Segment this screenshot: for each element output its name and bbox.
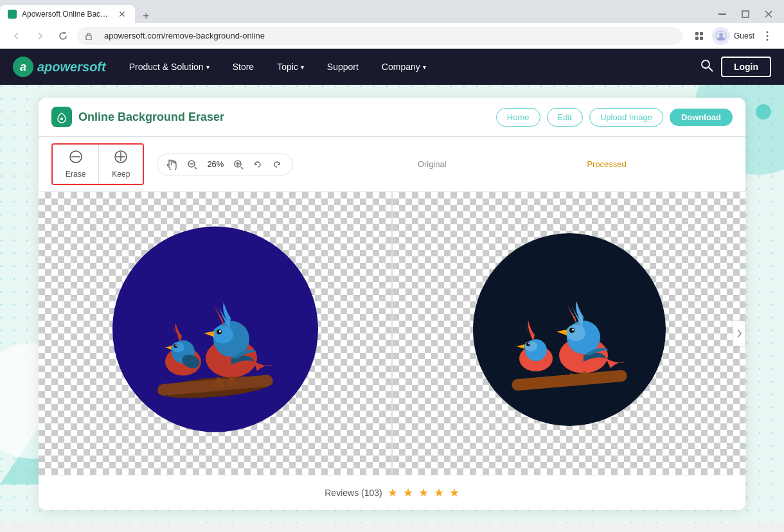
svg-point-12 (767, 31, 769, 33)
app-nav-buttons: Home Edit Upload Image Download (496, 108, 733, 127)
tab-favicon (8, 10, 17, 19)
keep-button[interactable]: Keep (99, 145, 143, 184)
original-label: Original (344, 159, 519, 169)
nav-item-support[interactable]: Support (317, 57, 369, 77)
star-2: ★ (403, 486, 413, 500)
nav-item-company[interactable]: Company ▾ (371, 57, 436, 77)
extensions-button[interactable] (690, 27, 708, 45)
close-button[interactable] (758, 5, 779, 23)
app-container: Online Background Eraser Home Edit Uploa… (39, 98, 745, 510)
sidebar-toggle-button[interactable] (733, 321, 745, 346)
login-button[interactable]: Login (721, 57, 771, 77)
rotate-right-button[interactable] (269, 157, 285, 172)
tab-title: Apowersoft Online Backgroun (22, 10, 112, 19)
minimize-button[interactable] (712, 5, 733, 23)
search-icon[interactable] (700, 59, 713, 75)
maximize-button[interactable] (735, 5, 756, 23)
svg-text:a: a (20, 60, 26, 73)
svg-rect-5 (86, 35, 91, 40)
nav-item-topic[interactable]: Topic ▾ (267, 57, 314, 77)
bird-illustration-right (479, 240, 659, 420)
svg-rect-7 (700, 32, 703, 35)
profile-button[interactable] (712, 27, 730, 45)
svg-rect-8 (695, 37, 699, 40)
svg-rect-1 (718, 13, 726, 15)
svg-point-0 (9, 11, 15, 17)
svg-point-14 (767, 39, 769, 40)
star-5: ★ (449, 486, 459, 500)
svg-point-51 (526, 342, 530, 346)
svg-point-55 (566, 324, 585, 341)
svg-point-46 (219, 330, 221, 332)
address-input[interactable] (96, 27, 675, 45)
main-navigation: a apowersoft Product & Solution ▾ Store … (0, 49, 784, 85)
processed-panel (393, 192, 745, 475)
rotate-left-button[interactable] (250, 157, 265, 172)
svg-point-50 (524, 341, 537, 351)
svg-point-39 (174, 344, 177, 348)
svg-point-57 (572, 329, 574, 331)
star-3: ★ (418, 486, 429, 500)
new-tab-button[interactable]: + (138, 10, 155, 23)
back-button[interactable] (8, 27, 26, 45)
svg-rect-2 (742, 11, 749, 17)
svg-point-45 (217, 330, 222, 335)
original-image (112, 227, 318, 432)
erase-icon (69, 150, 83, 167)
upload-image-button[interactable]: Upload Image (589, 108, 663, 127)
reload-button[interactable] (54, 27, 72, 45)
zoom-level: 26% (204, 159, 227, 169)
svg-line-33 (241, 167, 243, 169)
edit-button[interactable]: Edit (547, 108, 583, 127)
svg-rect-47 (511, 369, 627, 391)
reviews-bar: Reviews (103) ★ ★ ★ ★ ★ (39, 475, 745, 510)
erase-keep-panel: Erase Keep (51, 143, 144, 185)
logo-text: apowersoft (37, 60, 106, 75)
zoom-in-button[interactable] (231, 157, 246, 172)
app-title-area: Online Background Eraser (51, 107, 224, 127)
bird-illustration-left (119, 233, 312, 426)
tab-close-button[interactable]: ✕ (117, 9, 127, 19)
logo[interactable]: a apowersoft (13, 57, 106, 77)
lock-icon (85, 32, 93, 40)
svg-point-13 (767, 35, 769, 37)
svg-point-21 (60, 118, 63, 120)
svg-point-56 (569, 328, 575, 333)
nav-menu: Product & Solution ▾ Store Topic ▾ Suppo… (119, 57, 700, 77)
svg-line-29 (195, 167, 197, 169)
app-logo-icon (51, 107, 72, 127)
svg-point-44 (213, 326, 233, 344)
zoom-out-button[interactable] (184, 157, 200, 172)
reviews-text: Reviews (103) (325, 488, 382, 498)
toolbar: Erase Keep 26% (39, 137, 745, 192)
home-button[interactable]: Home (496, 108, 540, 127)
nav-item-product[interactable]: Product & Solution ▾ (119, 57, 220, 77)
app-header: Online Background Eraser Home Edit Uploa… (39, 98, 745, 137)
star-4: ★ (434, 486, 444, 500)
download-button[interactable]: Download (670, 109, 733, 126)
svg-point-40 (175, 345, 177, 346)
app-title: Online Background Eraser (78, 111, 224, 124)
star-1: ★ (388, 486, 398, 500)
canvas-area (39, 192, 745, 475)
keep-icon (114, 150, 128, 167)
hand-tool-button[interactable] (165, 157, 181, 172)
svg-line-18 (709, 67, 713, 71)
svg-rect-9 (700, 37, 703, 40)
logo-icon: a (13, 57, 33, 77)
svg-point-38 (172, 342, 184, 353)
dropdown-arrow: ▾ (206, 64, 209, 71)
nav-item-store[interactable]: Store (222, 57, 264, 77)
erase-button[interactable]: Erase (53, 145, 99, 184)
menu-button[interactable] (758, 27, 776, 45)
processed-image (473, 233, 666, 426)
deco-circle-small (756, 104, 771, 120)
main-content: Online Background Eraser Home Edit Uploa… (0, 85, 784, 523)
dropdown-arrow-company: ▾ (423, 64, 426, 71)
profile-label: Guest (734, 31, 754, 40)
svg-rect-6 (695, 32, 699, 35)
forward-button[interactable] (31, 27, 49, 45)
browser-tab[interactable]: Apowersoft Online Backgroun ✕ (0, 5, 135, 23)
svg-point-52 (528, 343, 530, 344)
processed-label: Processed (519, 159, 694, 169)
